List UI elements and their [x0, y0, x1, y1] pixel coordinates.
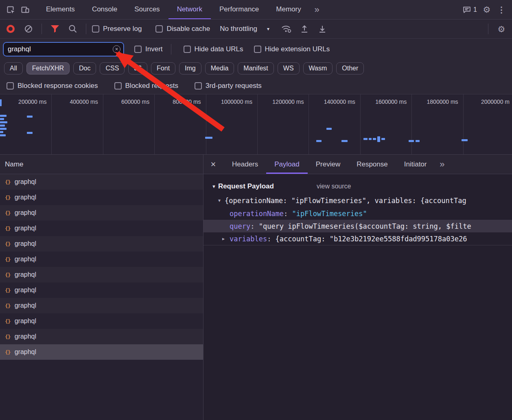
filter-pill-doc[interactable]: Doc	[73, 62, 96, 74]
checkbox-box[interactable]	[7, 82, 14, 90]
collapse-section-icon[interactable]: ▼	[212, 184, 216, 189]
checkbox-box[interactable]	[92, 25, 99, 33]
throttling-select[interactable]: No throttling ▾	[220, 25, 269, 33]
filter-pill-ws[interactable]: WS	[278, 62, 300, 74]
caret-down-icon: ▾	[267, 26, 269, 32]
network-settings-button[interactable]: ⚙	[494, 22, 509, 36]
payload-entry[interactable]: query: "query ipFlowTimeseries($accountT…	[203, 220, 512, 232]
filter-input-wrap: ×	[3, 42, 124, 56]
checkbox-box[interactable]	[195, 82, 202, 90]
filter-pill-all[interactable]: All	[4, 62, 23, 74]
expand-icon[interactable]: ▶	[222, 236, 225, 241]
request-name: graphql	[15, 240, 36, 247]
device-toolbar-button[interactable]	[18, 2, 33, 17]
detail-tabs: × HeadersPayloadPreviewResponseInitiator…	[203, 155, 512, 174]
more-tabs-button[interactable]: »	[310, 2, 324, 17]
view-source-link[interactable]: view source	[317, 183, 351, 190]
request-name: graphql	[15, 209, 36, 217]
request-row[interactable]: {}graphql	[0, 174, 203, 190]
network-conditions-button[interactable]	[279, 22, 294, 36]
request-row[interactable]: {}graphql	[0, 267, 203, 282]
toolbar-divider	[488, 24, 488, 34]
checkbox-3rd-party-requests[interactable]: 3rd-party requests	[195, 82, 262, 90]
request-row[interactable]: {}graphql	[0, 344, 203, 360]
detail-tab-preview[interactable]: Preview	[308, 155, 348, 174]
record-button[interactable]	[3, 22, 18, 36]
filter-pill-fetch-xhr[interactable]: Fetch/XHR	[26, 62, 70, 74]
hide-data-urls-checkbox[interactable]: Hide data URLs	[184, 45, 243, 53]
detail-tab-payload[interactable]: Payload	[266, 155, 307, 174]
clear-button[interactable]	[21, 22, 36, 36]
filter-pill-css[interactable]: CSS	[100, 62, 125, 74]
payload-entry[interactable]: ▶variables: {accountTag: "b12e3b2192ee55…	[203, 232, 512, 245]
request-row[interactable]: {}graphql	[0, 205, 203, 221]
name-column-label: Name	[5, 160, 23, 168]
menu-button[interactable]: ⋮	[494, 2, 509, 17]
request-row[interactable]: {}graphql	[0, 282, 203, 298]
filter-toggle-button[interactable]	[48, 22, 62, 36]
checkbox-box[interactable]	[114, 82, 122, 90]
payload-summary-row[interactable]: ▼ {operationName: "ipFlowTimeseries", va…	[203, 194, 512, 207]
filter-pill-js[interactable]: JS	[128, 62, 147, 74]
checkbox-box[interactable]	[254, 46, 261, 53]
tab-network[interactable]: Network	[168, 0, 211, 19]
request-row[interactable]: {}graphql	[0, 313, 203, 329]
invert-checkbox[interactable]: Invert	[134, 45, 163, 53]
checkbox-box[interactable]	[134, 46, 142, 53]
payload-colon: :	[250, 222, 258, 230]
request-row[interactable]: {}graphql	[0, 190, 203, 205]
tab-elements[interactable]: Elements	[37, 0, 83, 19]
waterfall-bar	[27, 132, 33, 134]
import-har-button[interactable]	[297, 22, 312, 36]
request-row[interactable]: {}graphql	[0, 236, 203, 252]
collapse-object-icon[interactable]: ▼	[218, 198, 221, 203]
tab-memory[interactable]: Memory	[267, 0, 309, 19]
close-details-button[interactable]: ×	[206, 157, 221, 172]
detail-tab-initiator[interactable]: Initiator	[396, 155, 435, 174]
settings-button[interactable]: ⚙	[479, 2, 494, 17]
filter-pill-other[interactable]: Other	[336, 62, 364, 74]
request-row[interactable]: {}graphql	[0, 252, 203, 267]
clear-filter-icon[interactable]: ×	[113, 45, 120, 53]
message-bubble-icon	[462, 5, 471, 14]
checkbox-box[interactable]	[184, 46, 191, 53]
search-button[interactable]	[66, 22, 80, 36]
timeline-overview[interactable]: 200000 ms400000 ms600000 ms800000 ms1000…	[0, 94, 512, 155]
name-column-header[interactable]: Name	[0, 155, 203, 174]
tab-console[interactable]: Console	[83, 0, 126, 19]
payload-entry[interactable]: operationName: "ipFlowTimeseries"	[203, 207, 512, 220]
console-messages-button[interactable]: 1	[460, 2, 479, 17]
record-icon	[7, 25, 15, 33]
hide-extension-urls-checkbox[interactable]: Hide extension URLs	[254, 45, 330, 53]
waterfall-bar	[205, 137, 212, 139]
export-har-button[interactable]	[315, 22, 330, 36]
checkbox-blocked-response-cookies[interactable]: Blocked response cookies	[7, 82, 98, 90]
filter-pill-manifest[interactable]: Manifest	[238, 62, 274, 74]
disable-cache-checkbox[interactable]: Disable cache	[155, 25, 210, 33]
detail-tab-response[interactable]: Response	[348, 155, 396, 174]
checkbox-box[interactable]	[155, 25, 163, 33]
preserve-log-checkbox[interactable]: Preserve log	[92, 25, 142, 33]
request-row[interactable]: {}graphql	[0, 329, 203, 344]
filter-pill-img[interactable]: Img	[179, 62, 201, 74]
request-row[interactable]: {}graphql	[0, 221, 203, 236]
tab-sources[interactable]: Sources	[126, 0, 168, 19]
network-filter-input[interactable]	[3, 42, 124, 56]
request-row[interactable]: {}graphql	[0, 298, 203, 313]
filter-pill-media[interactable]: Media	[205, 62, 234, 74]
gear-icon: ⚙	[498, 25, 505, 33]
chevron-double-icon: »	[440, 160, 444, 169]
tab-performance[interactable]: Performance	[211, 0, 267, 19]
filter-pill-font[interactable]: Font	[151, 62, 175, 74]
waterfall-bar	[0, 134, 6, 136]
timeline-gridline	[463, 94, 464, 154]
timeline-label: 1200000 ms	[272, 98, 304, 105]
devtools-tabbar: ElementsConsoleSourcesNetworkPerformance…	[0, 0, 512, 20]
filter-pill-wasm[interactable]: Wasm	[303, 62, 333, 74]
timeline-gridline	[103, 94, 103, 154]
checkbox-blocked-requests[interactable]: Blocked requests	[114, 82, 178, 90]
inspect-element-button[interactable]	[3, 2, 18, 17]
request-name: graphql	[15, 256, 36, 263]
more-detail-tabs-button[interactable]: »	[435, 157, 449, 172]
detail-tab-headers[interactable]: Headers	[224, 155, 266, 174]
